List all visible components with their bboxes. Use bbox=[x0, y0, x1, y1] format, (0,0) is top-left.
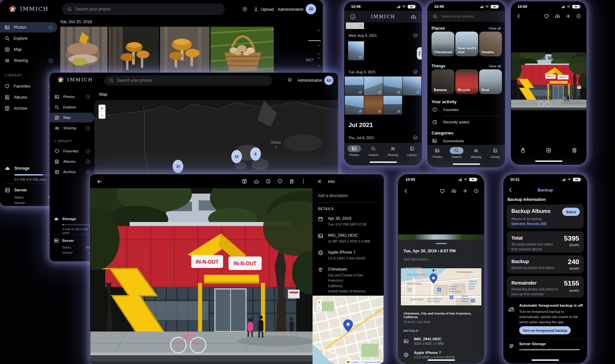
photo-sliver[interactable] bbox=[398, 234, 484, 240]
home-indicator[interactable] bbox=[532, 359, 559, 361]
home-indicator[interactable] bbox=[453, 163, 480, 165]
place-card-near-north-side[interactable]: Near north side bbox=[455, 32, 478, 56]
photo-thumb[interactable] bbox=[383, 96, 402, 115]
thing-card-banana[interactable]: Banana bbox=[432, 69, 454, 94]
photo-thumb[interactable] bbox=[348, 41, 364, 60]
chevron-left-icon[interactable] bbox=[516, 14, 521, 19]
description-field[interactable]: Add a description bbox=[318, 193, 348, 198]
search-bar[interactable] bbox=[62, 3, 225, 15]
home-indicator[interactable] bbox=[535, 161, 563, 162]
photo-mushroom-3[interactable] bbox=[160, 27, 210, 76]
select-check-icon[interactable] bbox=[413, 135, 418, 140]
heart-icon[interactable] bbox=[277, 179, 283, 184]
cloud-upload-icon[interactable] bbox=[451, 188, 457, 194]
user-avatar[interactable]: JD bbox=[306, 4, 316, 14]
sidebar-item-sharing[interactable]: Sharing i bbox=[50, 123, 95, 133]
heart-icon[interactable] bbox=[544, 14, 549, 19]
more-options-icon[interactable] bbox=[301, 179, 306, 184]
sidebar-item-favorites[interactable]: Favorites i bbox=[50, 146, 95, 156]
administration-link[interactable]: Administration bbox=[298, 78, 322, 83]
zoom-out-button[interactable]: − bbox=[316, 305, 322, 311]
heart-icon[interactable] bbox=[440, 189, 445, 194]
sidebar-item-favorites[interactable]: Favorites i bbox=[0, 81, 57, 91]
map-cluster-marker[interactable]: 10 bbox=[173, 160, 183, 173]
back-icon[interactable] bbox=[97, 179, 102, 184]
sidebar-item-map[interactable]: Map bbox=[0, 44, 57, 55]
app-logo[interactable]: IMMICH bbox=[8, 5, 49, 13]
trash-icon[interactable] bbox=[572, 147, 577, 153]
select-check-icon[interactable] bbox=[413, 33, 418, 38]
leaflet-link[interactable]: Leaflet bbox=[351, 361, 359, 364]
theme-toggle-button[interactable] bbox=[242, 6, 248, 12]
administration-link[interactable]: Administration bbox=[278, 7, 303, 12]
photo-thumb[interactable] bbox=[364, 77, 383, 95]
photo-thumb[interactable] bbox=[345, 77, 364, 95]
face-icon[interactable] bbox=[350, 14, 356, 20]
nav-photos[interactable]: Photos bbox=[428, 147, 447, 167]
info-icon[interactable] bbox=[266, 179, 271, 184]
thing-card-bicycle[interactable]: Bicycle bbox=[455, 69, 478, 94]
chevron-left-icon[interactable] bbox=[508, 188, 513, 192]
search-bar[interactable] bbox=[104, 75, 272, 86]
activity-recently-added[interactable]: Recently added bbox=[432, 119, 501, 125]
location-map[interactable]: + − Leaflet | © OpenStreetMap bbox=[313, 296, 384, 364]
user-avatar[interactable]: AU bbox=[324, 76, 333, 85]
archive-icon[interactable] bbox=[242, 179, 247, 184]
share-icon[interactable] bbox=[520, 147, 526, 153]
sidebar-item-explore[interactable]: Explore bbox=[0, 33, 57, 44]
sidebar-item-photos[interactable]: Photos i bbox=[0, 22, 57, 33]
zoom-in-button[interactable]: + bbox=[99, 105, 105, 112]
map-cluster-marker[interactable]: 8 bbox=[250, 147, 261, 161]
search-input[interactable] bbox=[117, 78, 267, 83]
photo-thumb[interactable] bbox=[383, 77, 402, 95]
photo-thumb[interactable] bbox=[345, 96, 364, 115]
place-card-omaha[interactable]: Omaha bbox=[479, 32, 502, 56]
photo-viewer[interactable] bbox=[90, 188, 313, 364]
location-map[interactable]: P P P Hyde Street Harbor The Embarcadero… bbox=[401, 268, 481, 305]
sidebar-item-map[interactable]: Map bbox=[50, 113, 95, 122]
drag-handle[interactable] bbox=[436, 243, 447, 244]
trash-icon[interactable] bbox=[289, 179, 294, 184]
activity-favorites[interactable]: Favorites bbox=[432, 107, 501, 112]
description-field[interactable]: Add description... bbox=[403, 257, 479, 261]
plus-icon[interactable] bbox=[463, 189, 468, 193]
nav-library[interactable]: Library bbox=[403, 145, 422, 165]
home-indicator[interactable] bbox=[370, 161, 397, 163]
backup-avatar-icon[interactable] bbox=[410, 14, 417, 20]
app-logo[interactable]: IMMICH bbox=[57, 76, 93, 83]
home-indicator[interactable] bbox=[428, 359, 455, 361]
close-icon[interactable] bbox=[317, 179, 322, 184]
search-input[interactable] bbox=[75, 7, 220, 11]
category-screenshots[interactable]: Screenshots bbox=[432, 138, 501, 143]
map-zoom-controls[interactable]: + − bbox=[98, 105, 106, 119]
photo-mushroom-2[interactable] bbox=[109, 27, 159, 76]
chevron-left-icon[interactable] bbox=[403, 189, 408, 193]
select-albums-button[interactable]: Select bbox=[562, 208, 580, 216]
search-header[interactable] bbox=[428, 11, 505, 22]
select-check-icon[interactable] bbox=[413, 69, 418, 74]
info-icon[interactable] bbox=[474, 189, 479, 193]
sidebar-item-albums[interactable]: Albums i bbox=[50, 157, 95, 166]
sidebar-item-archive[interactable]: Archive i bbox=[0, 103, 57, 114]
info-icon[interactable] bbox=[576, 14, 581, 19]
cloud-upload-icon[interactable] bbox=[555, 13, 560, 19]
sidebar-item-photos[interactable]: Photos i bbox=[50, 92, 95, 102]
zoom-in-button[interactable]: + bbox=[316, 299, 322, 305]
photo-mushroom-1[interactable] bbox=[60, 27, 108, 76]
scrubber-handle[interactable] bbox=[417, 47, 422, 60]
nav-library[interactable]: Library bbox=[486, 147, 505, 167]
theme-toggle-button[interactable] bbox=[287, 77, 292, 82]
thing-card-boat[interactable]: Boat bbox=[479, 69, 502, 94]
plus-icon[interactable] bbox=[566, 14, 571, 19]
search-input[interactable] bbox=[441, 14, 500, 18]
things-view-all[interactable]: View all bbox=[489, 64, 501, 68]
osm-link[interactable]: © OpenStreetMap bbox=[361, 361, 382, 364]
archive-plus-icon[interactable] bbox=[546, 147, 551, 153]
photo-viewer[interactable] bbox=[511, 52, 586, 110]
zoom-out-button[interactable]: − bbox=[99, 112, 105, 119]
photo-thumb[interactable] bbox=[364, 96, 383, 115]
map-zoom-controls[interactable]: + − bbox=[316, 299, 322, 311]
photo-thumb[interactable] bbox=[403, 77, 421, 95]
place-card-chinatown[interactable]: Chinatown bbox=[432, 32, 454, 56]
turn-on-foreground-backup-button[interactable]: Turn on foreground backup bbox=[519, 326, 571, 334]
